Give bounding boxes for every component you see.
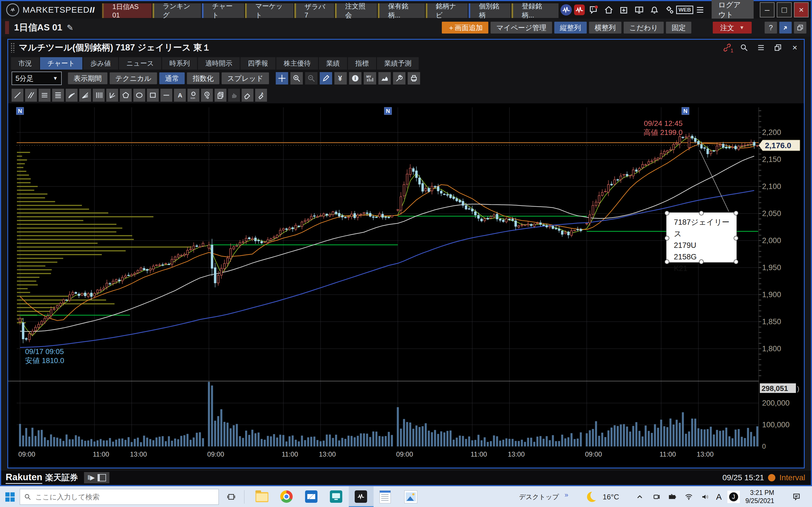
eraser-icon[interactable] (242, 89, 253, 102)
notepad-icon[interactable] (373, 487, 398, 507)
action-center-icon[interactable] (791, 489, 802, 505)
vertical-lines-icon[interactable] (93, 89, 105, 102)
start-button[interactable] (0, 487, 20, 507)
settings-wrench-icon[interactable] (393, 72, 405, 84)
app-blue-icon[interactable] (560, 4, 572, 15)
minimize-button[interactable]: – (760, 2, 775, 17)
main-menu-tab[interactable]: チャート (202, 3, 244, 18)
pentagon-icon[interactable] (120, 89, 132, 102)
copy-icon[interactable] (214, 89, 226, 102)
window-search-icon[interactable] (739, 42, 750, 53)
taskbar-clock[interactable]: 3:21 PM 9/25/2021 (746, 489, 774, 505)
toolbar-button[interactable]: テクニカル (110, 72, 157, 84)
crosshair-icon[interactable] (276, 72, 288, 84)
order-button[interactable]: 注文▼ (713, 22, 752, 34)
task-view-button[interactable] (223, 489, 239, 505)
resize-handle[interactable] (699, 260, 704, 264)
main-menu-tab[interactable]: ランキング (153, 3, 201, 18)
workspace-button[interactable]: 固定 (666, 22, 691, 34)
zoom-out-icon[interactable] (305, 72, 317, 84)
erase-all-icon[interactable]: A (255, 89, 267, 102)
window-close-icon[interactable]: × (789, 42, 801, 53)
multitool-tab[interactable]: ニュース (119, 57, 161, 69)
resize-handle[interactable] (665, 260, 669, 264)
settings-icon[interactable] (663, 3, 676, 16)
tray-volume-icon[interactable] (700, 489, 711, 505)
file-explorer-icon[interactable] (250, 487, 274, 507)
main-menu-tab[interactable]: 1日信AS 01 (102, 3, 152, 18)
multitool-tab[interactable]: チャート (40, 57, 82, 69)
fan-lines-icon[interactable] (79, 89, 91, 102)
toolbar-button[interactable]: 表示期間 (68, 72, 107, 84)
drag-handle-icon[interactable] (10, 43, 15, 53)
trend-line-icon[interactable] (11, 89, 23, 102)
toolbar-button[interactable]: 指数化 (187, 72, 219, 84)
temperature-label[interactable]: 16°C (603, 493, 619, 501)
parallel-lines-icon[interactable] (25, 89, 37, 102)
taskbar-search[interactable] (20, 489, 219, 505)
move-icon[interactable] (228, 89, 240, 102)
resize-handle[interactable] (733, 211, 739, 216)
home-icon[interactable] (602, 3, 615, 16)
main-menu-tab[interactable]: 登録銘柄... (511, 3, 558, 18)
window-menu-icon[interactable] (755, 42, 767, 53)
resize-handle[interactable] (733, 236, 739, 240)
menu-icon[interactable] (694, 3, 707, 16)
text-tool-icon[interactable]: A (174, 89, 186, 102)
toolbar-button[interactable]: 通常 (159, 72, 185, 84)
workspace-button[interactable]: マイページ管理 (491, 22, 552, 34)
time-cycle-icon[interactable] (201, 89, 213, 102)
multitool-tab[interactable]: 指標 (348, 57, 376, 69)
fibonacci-arcs-icon[interactable] (66, 89, 78, 102)
main-menu-tab[interactable]: ザラバ7 (294, 3, 334, 18)
desktop-toolbar-label[interactable]: デスクトップ (519, 493, 559, 501)
add-window-icon[interactable] (617, 3, 630, 16)
window-popout-icon[interactable] (772, 42, 783, 53)
info-icon[interactable]: i (349, 72, 361, 84)
photos-icon[interactable] (398, 487, 423, 507)
ellipse-icon[interactable] (133, 89, 145, 102)
zoom-in-icon[interactable] (290, 72, 303, 84)
multitool-tab[interactable]: 四季報 (241, 57, 275, 69)
main-menu-tab[interactable]: 注文照会 (335, 3, 377, 18)
popout-button[interactable] (794, 22, 806, 34)
edit-workspace-icon[interactable]: ✎ (67, 23, 73, 33)
tray-battery-icon[interactable] (667, 489, 678, 505)
chrome-icon[interactable] (274, 487, 299, 507)
mail-app-icon[interactable] (299, 487, 324, 507)
rectangle-icon[interactable] (147, 89, 159, 102)
multitool-tab[interactable]: 適時開示 (198, 57, 240, 69)
multitool-tab[interactable]: 業績 (319, 57, 347, 69)
bell-icon[interactable] (648, 3, 661, 16)
tray-cast-icon[interactable] (651, 489, 661, 505)
print-icon[interactable] (408, 72, 420, 84)
weather-moon-icon[interactable] (587, 492, 597, 502)
toolbar-overflow-chevrons[interactable]: » (564, 491, 568, 499)
multitool-tab[interactable]: 業績予測 (377, 57, 419, 69)
workspace-button[interactable]: ＋画面追加 (442, 22, 488, 34)
hlines4-icon[interactable] (52, 89, 64, 102)
main-menu-tab[interactable]: 個別銘柄 (469, 3, 511, 18)
toolbar-button[interactable]: スプレッド (221, 72, 269, 84)
remote-app-icon[interactable] (324, 487, 349, 507)
price-chart[interactable]: 2,2002,1502,1002,0502,0001,9501,9001,850… (8, 103, 804, 467)
main-menu-tab[interactable]: 保有銘柄... (378, 3, 424, 18)
hlines3-icon[interactable] (39, 89, 50, 102)
marketspeed-icon[interactable] (349, 487, 373, 507)
tray-chevron-up-icon[interactable] (635, 489, 645, 505)
draw-icon[interactable] (320, 72, 332, 84)
chart-annotation-tooltip[interactable]: 7187ジェイリース 2179U 2158G K21 (666, 212, 737, 263)
multitool-titlebar[interactable]: マルチツール(個別銘柄) 7187 ジェイリース 東１ 1 (8, 40, 804, 55)
multitool-tab[interactable]: 歩み値 (83, 57, 118, 69)
maximize-button[interactable]: □ (777, 2, 792, 17)
period-dropdown[interactable]: 5分足▼ (11, 71, 62, 85)
workspace-button[interactable]: こだわり (624, 22, 664, 34)
horizontal-segment-icon[interactable] (160, 89, 172, 102)
ime-lang-icon[interactable]: J (727, 491, 740, 503)
multitool-tab[interactable]: 時系列 (162, 57, 197, 69)
workspace-button[interactable]: 横整列 (589, 22, 621, 34)
resize-handle[interactable] (665, 236, 669, 240)
multitool-tab[interactable]: 市況 (11, 57, 39, 69)
icon-stamp-icon[interactable]: icon (188, 89, 199, 102)
search-input[interactable] (35, 493, 194, 501)
